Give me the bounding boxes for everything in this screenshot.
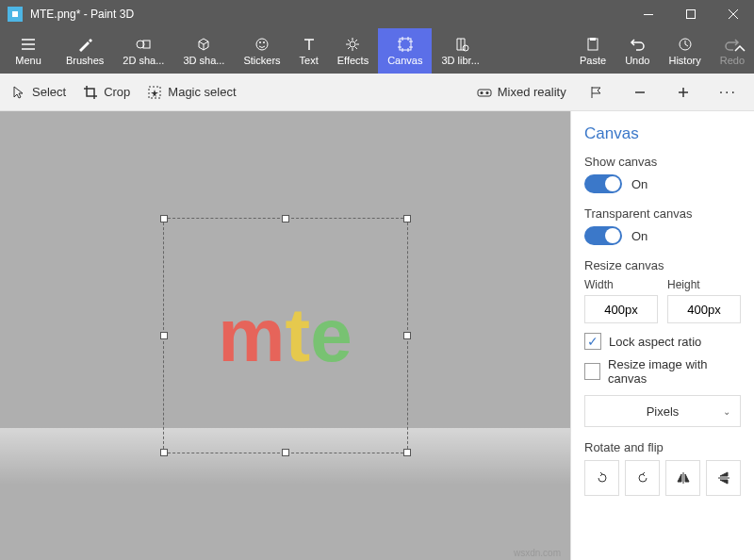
- svg-rect-2: [644, 14, 653, 15]
- flip-vertical-button[interactable]: [706, 460, 741, 496]
- more-options-button[interactable]: ···: [713, 84, 743, 101]
- ribbon-text[interactable]: Text: [290, 28, 328, 74]
- resize-image-label: Resize image with canvas: [608, 357, 741, 386]
- sub-toolbar: Select Crop Magic select Mixed reality ·…: [0, 74, 754, 111]
- plus-icon: [677, 86, 690, 99]
- rotate-flip-label: Rotate and flip: [584, 440, 741, 454]
- zoom-out-tool[interactable]: [627, 79, 653, 106]
- flip-horizontal-icon: [676, 470, 691, 486]
- chevron-down-icon: ⌄: [723, 406, 730, 417]
- svg-point-7: [259, 41, 261, 43]
- transparent-canvas-toggle[interactable]: [584, 226, 622, 245]
- main-area: m t e Canvas Show canvas On Transparent …: [0, 111, 754, 560]
- rotate-left-button[interactable]: [584, 460, 619, 496]
- ribbon-3d-shapes[interactable]: 3D sha...: [173, 28, 234, 74]
- view-3d-tool[interactable]: [583, 79, 610, 106]
- resize-handle-top-left[interactable]: [160, 215, 168, 222]
- shapes-3d-icon: [195, 36, 212, 53]
- ribbon-brushes[interactable]: Brushes: [57, 28, 113, 74]
- minimize-button[interactable]: [627, 0, 669, 28]
- ribbon-label: Text: [300, 55, 319, 66]
- rotate-right-button[interactable]: [625, 460, 660, 496]
- mixed-reality-tool[interactable]: Mixed reality: [477, 85, 566, 100]
- svg-point-11: [463, 45, 468, 51]
- ribbon-label: Brushes: [66, 55, 104, 66]
- lock-aspect-checkbox[interactable]: ✓: [584, 333, 601, 350]
- canvas-content-text: m t e: [218, 292, 352, 379]
- maximize-button[interactable]: [669, 0, 712, 28]
- effects-icon: [344, 36, 361, 53]
- ribbon-label: Undo: [625, 55, 649, 66]
- properties-panel: Canvas Show canvas On Transparent canvas…: [570, 111, 754, 560]
- show-canvas-toggle[interactable]: [584, 174, 622, 193]
- svg-rect-13: [590, 38, 596, 41]
- svg-rect-3: [686, 10, 695, 19]
- width-input[interactable]: [584, 295, 658, 323]
- svg-point-6: [256, 39, 268, 50]
- resize-handle-top-center[interactable]: [282, 215, 289, 222]
- units-dropdown[interactable]: Pixels ⌄: [584, 395, 741, 427]
- svg-point-18: [485, 91, 488, 94]
- app-icon: [8, 7, 23, 22]
- magic-select-tool[interactable]: Magic select: [147, 85, 236, 100]
- resize-handle-top-right[interactable]: [403, 215, 411, 222]
- ribbon-canvas[interactable]: Canvas: [378, 28, 432, 74]
- width-label: Width: [584, 278, 658, 291]
- ribbon: Menu Brushes 2D sha... 3D sha... Sticker…: [0, 28, 754, 74]
- crop-tool[interactable]: Crop: [83, 85, 130, 100]
- ribbon-undo[interactable]: Undo: [615, 28, 659, 74]
- show-canvas-label: Show canvas: [584, 155, 741, 169]
- ribbon-label: Stickers: [243, 55, 280, 66]
- ribbon-label: Canvas: [387, 55, 422, 66]
- selected-canvas-object[interactable]: m t e: [163, 218, 408, 453]
- svg-rect-1: [12, 11, 18, 17]
- shapes-2d-icon: [135, 36, 152, 53]
- resize-image-checkbox[interactable]: [584, 363, 600, 380]
- paste-icon: [584, 36, 601, 53]
- flip-vertical-icon: [716, 470, 731, 486]
- svg-rect-10: [400, 39, 411, 50]
- tool-label: Magic select: [168, 85, 236, 99]
- resize-handle-middle-left[interactable]: [160, 332, 168, 339]
- units-value: Pixels: [647, 404, 680, 419]
- ribbon-effects[interactable]: Effects: [328, 28, 378, 74]
- ribbon-history[interactable]: History: [659, 28, 710, 74]
- flip-horizontal-button[interactable]: [665, 460, 700, 496]
- mixed-reality-icon: [477, 85, 492, 100]
- letter-t: t: [286, 292, 311, 379]
- canvas-viewport[interactable]: m t e: [0, 111, 570, 560]
- flag-3d-icon: [589, 85, 604, 100]
- ribbon-redo[interactable]: Redo: [711, 28, 754, 74]
- ribbon-label: 3D libr...: [441, 55, 479, 66]
- window-controls: [627, 0, 754, 28]
- library-icon: [452, 36, 469, 53]
- menu-button[interactable]: Menu: [0, 28, 57, 74]
- svg-point-9: [350, 41, 355, 47]
- resize-handle-bottom-center[interactable]: [282, 449, 289, 456]
- resize-handle-middle-right[interactable]: [403, 332, 411, 339]
- close-button[interactable]: [712, 0, 754, 28]
- resize-canvas-label: Resize canvas: [584, 258, 741, 272]
- brush-icon: [76, 36, 93, 53]
- title-bar: MTE.png* - Paint 3D: [0, 0, 754, 28]
- cursor-icon: [11, 85, 26, 100]
- undo-icon: [629, 36, 646, 53]
- svg-point-17: [480, 91, 483, 94]
- ribbon-paste[interactable]: Paste: [570, 28, 615, 74]
- watermark: wsxdn.com: [514, 548, 561, 558]
- resize-handle-bottom-left[interactable]: [160, 449, 168, 456]
- transparent-canvas-value: On: [631, 229, 647, 243]
- stickers-icon: [254, 36, 270, 53]
- transparent-canvas-label: Transparent canvas: [584, 206, 741, 221]
- select-tool[interactable]: Select: [11, 85, 66, 100]
- ribbon-3d-library[interactable]: 3D libr...: [432, 28, 488, 74]
- height-label: Height: [667, 278, 741, 291]
- history-icon: [677, 36, 694, 53]
- ribbon-2d-shapes[interactable]: 2D sha...: [113, 28, 173, 74]
- zoom-in-tool[interactable]: [670, 79, 697, 106]
- ribbon-stickers[interactable]: Stickers: [234, 28, 289, 74]
- height-input[interactable]: [667, 295, 741, 323]
- collapse-ribbon-button[interactable]: [733, 42, 746, 59]
- menu-label: Menu: [15, 55, 41, 66]
- resize-handle-bottom-right[interactable]: [403, 449, 411, 456]
